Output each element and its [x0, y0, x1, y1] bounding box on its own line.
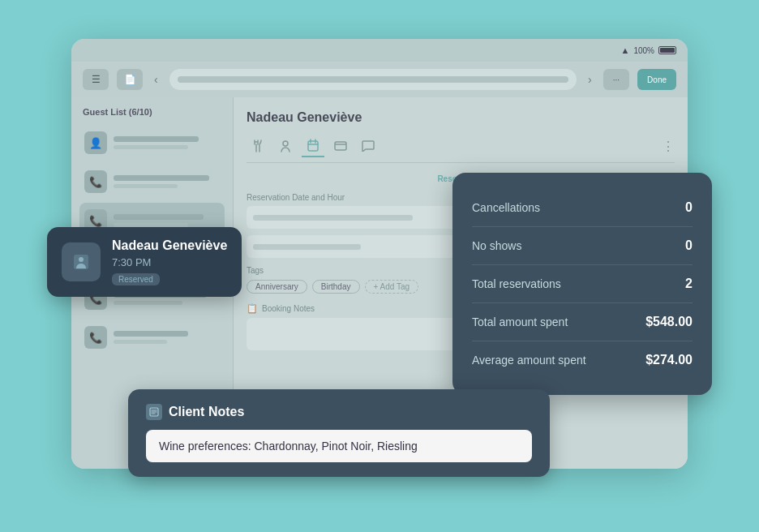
tag-add[interactable]: + Add Tag: [365, 280, 419, 294]
phone-icon-6: 📞: [89, 332, 102, 344]
svg-point-4: [79, 257, 84, 262]
tooltip-name: Nadeau Geneviève: [112, 238, 227, 253]
total-reservations-value: 2: [685, 277, 693, 291]
guest-sub-bar-1: [114, 145, 188, 149]
avatar-1: 👤: [84, 131, 107, 154]
search-bar[interactable]: [169, 69, 577, 90]
tooltip-info: Nadeau Geneviève 7:30 PM Reserved: [112, 238, 227, 285]
total-reservations-label: Total reservations: [472, 277, 561, 290]
guest-name-bar-1: [114, 136, 199, 142]
guest-item-2[interactable]: 📞: [79, 164, 225, 200]
tooltip-time: 7:30 PM: [112, 256, 227, 268]
doc-icon: 📄: [124, 74, 136, 85]
client-notes-icon: [146, 404, 162, 420]
more-button[interactable]: ···: [603, 69, 629, 90]
tag-anniversary[interactable]: Anniversary: [247, 280, 307, 294]
toolbar: ☰ 📄 ‹ › ··· Done: [71, 62, 688, 97]
guest-header-name: Nadeau Geneviève: [247, 110, 675, 125]
tab-reservation[interactable]: [302, 135, 324, 157]
cancellations-row: Cancellations 0: [472, 189, 693, 227]
guest-info-3: [114, 214, 220, 227]
svg-rect-1: [308, 141, 318, 151]
guest-item-1[interactable]: 👤: [79, 125, 225, 161]
client-notes-content: Wine preferences: Chardonnay, Pinot Noir…: [146, 430, 532, 462]
status-bar: ▲ 100%: [71, 39, 688, 62]
doc-button[interactable]: 📄: [117, 69, 143, 90]
guest-name-bar-6: [114, 331, 188, 337]
total-amount-value: $548.00: [645, 315, 693, 329]
no-shows-value: 0: [685, 238, 693, 253]
svg-rect-2: [335, 142, 346, 150]
guest-name-bar-2: [114, 175, 209, 181]
total-amount-label: Total amount spent: [472, 315, 568, 328]
wifi-icon: ▲: [621, 45, 630, 55]
tab-more[interactable]: ⋮: [662, 139, 675, 154]
avatar-6: 📞: [84, 326, 107, 349]
guest-info-2: [114, 175, 220, 188]
avg-amount-row: Average amount spent $274.00: [472, 341, 693, 379]
tooltip-badge: Reserved: [112, 273, 160, 285]
guest-name-bar-3: [114, 214, 204, 220]
avg-amount-value: $274.00: [645, 353, 693, 367]
cancellations-label: Cancellations: [472, 201, 540, 214]
signal-icon: [615, 46, 617, 54]
svg-point-0: [283, 141, 288, 146]
extra-fill-1: [253, 244, 361, 250]
phone-icon-2: 📞: [89, 176, 102, 188]
menu-button[interactable]: ☰: [83, 69, 109, 90]
guest-sub-bar-5: [114, 301, 182, 305]
stats-panel: Cancellations 0 No shows 0 Total reserva…: [452, 173, 712, 395]
client-notes-title: Client Notes: [169, 405, 244, 419]
no-shows-label: No shows: [472, 239, 521, 252]
notes-icon-small: 📋: [247, 303, 258, 314]
guest-info-6: [114, 331, 220, 344]
guest-info-1: [114, 136, 220, 149]
avg-amount-label: Average amount spent: [472, 354, 586, 367]
sidebar-title: Guest List (6/10): [79, 107, 225, 117]
tag-birthday[interactable]: Birthday: [312, 280, 360, 294]
section-tabs: ⋮: [247, 135, 675, 163]
cancellations-value: 0: [685, 200, 693, 215]
no-shows-row: No shows 0: [472, 227, 693, 265]
client-notes-card: Client Notes Wine preferences: Chardonna…: [128, 389, 550, 477]
battery-icon: [658, 46, 676, 54]
tooltip-avatar: [62, 242, 101, 281]
search-fill: [178, 76, 568, 83]
total-reservations-row: Total reservations 2: [472, 265, 693, 303]
battery-label: 100%: [633, 46, 654, 55]
forward-button[interactable]: ›: [585, 73, 595, 86]
phone-icon-3: 📞: [89, 215, 102, 227]
total-amount-row: Total amount spent $548.00: [472, 303, 693, 341]
client-notes-header: Client Notes: [146, 404, 532, 420]
tab-person[interactable]: [274, 135, 297, 157]
back-button[interactable]: ‹: [151, 73, 161, 86]
person-icon-1: 👤: [89, 137, 102, 149]
scene: ▲ 100% ☰ 📄 ‹ › ··· Done: [47, 39, 712, 493]
guest-sub-bar-6: [114, 340, 167, 344]
guest-sub-bar-2: [114, 184, 178, 188]
menu-icon: ☰: [92, 74, 101, 85]
date-fill: [253, 215, 413, 221]
status-icons: ▲ 100%: [615, 45, 676, 55]
tab-msg[interactable]: [357, 135, 380, 157]
tab-fork[interactable]: [247, 135, 269, 157]
tab-card[interactable]: [329, 135, 352, 157]
avatar-2: 📞: [84, 170, 107, 193]
tooltip-card: Nadeau Geneviève 7:30 PM Reserved: [47, 227, 242, 297]
guest-item-6[interactable]: 📞: [79, 320, 225, 355]
done-button[interactable]: Done: [637, 69, 676, 90]
